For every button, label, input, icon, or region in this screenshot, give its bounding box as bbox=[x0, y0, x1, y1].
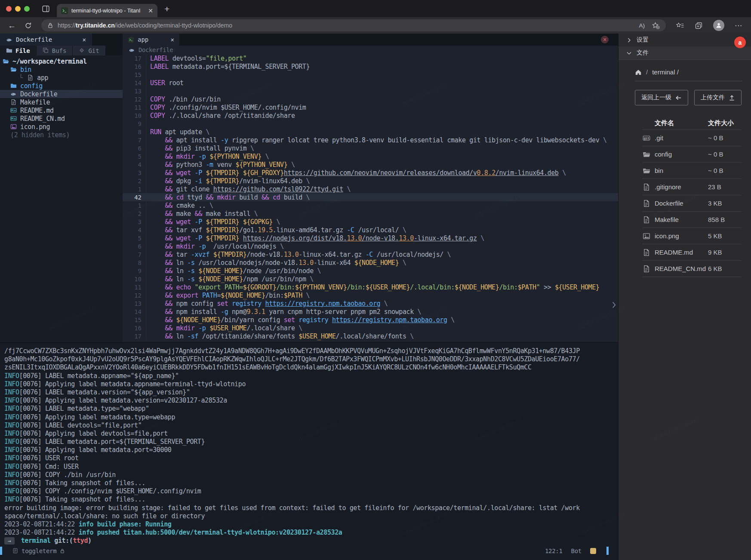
code-line[interactable]: 3 && wget -P ${TMPDIR} ${GOPKG} \ bbox=[123, 218, 618, 226]
upload-file-button[interactable]: 上传文件 bbox=[694, 90, 742, 105]
code-line[interactable]: 2 && make && make install \ bbox=[123, 209, 618, 218]
zoom-window-button[interactable] bbox=[24, 6, 30, 12]
terminal-line: error building image: error building sta… bbox=[4, 504, 618, 512]
code-line[interactable]: 5 && wget -P ${TMPDIR} https://nodejs.or… bbox=[123, 234, 618, 242]
file-row[interactable]: bin~ 0 B bbox=[643, 163, 742, 179]
code-line[interactable]: 9 && ln -s ${NODE_HOME}/node /usr/bin/no… bbox=[123, 267, 618, 275]
code-line[interactable]: 13 && npm config set registry https://re… bbox=[123, 299, 618, 308]
explorer-tab-file[interactable]: File bbox=[0, 46, 36, 55]
code-line[interactable]: 10COPY ./.local/share /opt/titanide/shar… bbox=[123, 111, 618, 120]
code-line[interactable]: 8 && ln -s /usr/local/nodejs/node-v18.13… bbox=[123, 258, 618, 267]
file-row[interactable]: .gitignore23 B bbox=[643, 179, 742, 195]
file-row[interactable]: README_CN.md6 KB bbox=[643, 261, 742, 277]
code-line[interactable]: 14USER root bbox=[123, 79, 618, 87]
code-line[interactable]: 6 && mkdir -p /usr/local/nodejs \ bbox=[123, 242, 618, 250]
tree-item[interactable]: Dockerfile bbox=[0, 90, 123, 98]
file-table-header: 文件名 文件大小 bbox=[643, 117, 742, 130]
code-line[interactable]: 6 && pip3 install pynvim \ bbox=[123, 144, 618, 152]
code-line[interactable]: 5 && mkdir -p ${PYTHON_VENV} \ bbox=[123, 152, 618, 160]
browser-profile-avatar[interactable] bbox=[713, 20, 724, 31]
terminal-line: INFO[0076] COPY ./config/nvim $USER_HOME… bbox=[4, 487, 618, 495]
code-line[interactable]: 17 && ln -sf /opt/titanide/share/fonts $… bbox=[123, 332, 618, 340]
code-line[interactable]: 12COPY ./bin /usr/bin bbox=[123, 95, 618, 103]
code-line[interactable]: 12 && export PATH=${NODE_HOME}/bin:$PATH… bbox=[123, 291, 618, 299]
code-line[interactable]: 15 && ${NODE_HOME}/bin/yarn config set r… bbox=[123, 316, 618, 324]
go-up-button[interactable]: 返回上一级 bbox=[635, 90, 688, 105]
file-row[interactable]: README.md9 KB bbox=[643, 244, 742, 261]
code-line[interactable]: 1 && cmake .. \ bbox=[123, 201, 618, 209]
sidebar-tab-dockerfile[interactable]: Dockerfile ✕ bbox=[0, 34, 92, 46]
panel-expand-icon[interactable] bbox=[611, 300, 617, 310]
tree-item[interactable]: (2 hidden items) bbox=[0, 131, 123, 139]
terminal-panel[interactable]: /fj7CcwoCW7ZXBc3snKxZNYHpbh7uhwOvx2lsi4W… bbox=[0, 342, 618, 560]
editor-tab-close-icon[interactable]: ✕ bbox=[171, 36, 174, 43]
files-section-header[interactable]: 文件 bbox=[619, 46, 751, 60]
favorites-icon[interactable] bbox=[676, 22, 684, 29]
file-row[interactable]: Dockerfile3 KB bbox=[643, 195, 742, 212]
code-line[interactable]: 3 && wget -P ${TMPDIR} ${GH_PROXY}https:… bbox=[123, 169, 618, 177]
code-line[interactable]: 16 && mkdir -p $USER_HOME/.local/share \ bbox=[123, 324, 618, 332]
panel-tab-strip: Dockerfile ✕ app ✕ ✕ bbox=[0, 34, 618, 46]
code-line[interactable]: 11COPY ./config/nvim $USER_HOME/.config/… bbox=[123, 103, 618, 111]
browser-window: terminal-ttyd-wlotnipo - TitanI ✕ + ← ht… bbox=[0, 0, 751, 560]
minimize-window-button[interactable] bbox=[15, 6, 21, 12]
close-window-button[interactable] bbox=[6, 6, 12, 12]
code-line[interactable]: 13 bbox=[123, 87, 618, 95]
code-line[interactable]: 17LABEL devtools="file,port" bbox=[123, 54, 618, 62]
browser-menu-icon[interactable]: ⋯ bbox=[735, 21, 742, 30]
code-line-current[interactable]: 42 && cd ttyd && mkdir build && cd build… bbox=[123, 193, 618, 201]
code-line[interactable]: 8RUN apt update \ bbox=[123, 128, 618, 136]
new-tab-button[interactable]: + bbox=[164, 4, 169, 13]
code-line[interactable]: 14 && npm install -g npm@9.3.1 yarn cnpm… bbox=[123, 308, 618, 316]
doc-icon bbox=[27, 74, 34, 81]
browser-tab[interactable]: terminal-ttyd-wlotnipo - TitanI ✕ bbox=[57, 4, 157, 17]
tree-item[interactable]: icon.png bbox=[0, 123, 123, 131]
file-name: README.md bbox=[655, 249, 708, 256]
code-line[interactable]: 4 && tar xvf ${TMPDIR}/go1.19.5.linux-am… bbox=[123, 226, 618, 234]
tree-item[interactable]: README_CN.md bbox=[0, 114, 123, 123]
tree-item[interactable]: bin bbox=[0, 65, 123, 74]
tree-item[interactable]: ~/workspace/terminal bbox=[0, 57, 123, 65]
file-table-rows: git.git~ 0 Bconfig~ 0 Bbin~ 0 B.gitignor… bbox=[643, 130, 742, 277]
tab-close-icon[interactable]: ✕ bbox=[148, 8, 153, 14]
code-line[interactable]: 2 && dpkg -i ${TMPDIR}/nvim-linux64.deb … bbox=[123, 177, 618, 185]
code-line[interactable]: 7 && apt install -y ripgrep ranger lolca… bbox=[123, 136, 618, 144]
tree-item[interactable]: └ app bbox=[0, 74, 123, 82]
explorer-tab-git[interactable]: Git bbox=[72, 46, 105, 55]
file-row[interactable]: icon.png5 KB bbox=[643, 228, 742, 244]
panel-close-button[interactable]: ✕ bbox=[601, 36, 609, 43]
file-row[interactable]: Makefile858 B bbox=[643, 212, 742, 228]
dockerfile-icon bbox=[6, 37, 12, 43]
code-line[interactable]: 1 && git clone https://github.com/tsl092… bbox=[123, 185, 618, 193]
code-line[interactable]: 11 && echo "export PATH=${GOROOT}/bin:${… bbox=[123, 283, 618, 291]
code-line[interactable]: 4 && python3 -m venv ${PYTHON_VENV} \ bbox=[123, 160, 618, 169]
md-icon bbox=[10, 115, 17, 122]
tab-actions-icon[interactable] bbox=[42, 5, 50, 13]
editor-tab-app[interactable]: app ✕ bbox=[123, 34, 179, 46]
browser-tab-strip: terminal-ttyd-wlotnipo - TitanI ✕ + bbox=[0, 0, 751, 17]
explorer-tab-bufs[interactable]: Bufs bbox=[36, 46, 73, 55]
path-breadcrumb[interactable]: / terminal / bbox=[635, 68, 751, 76]
sidebar-tab-close-icon[interactable]: ✕ bbox=[83, 36, 86, 43]
rp-folder-icon bbox=[643, 151, 650, 158]
read-aloud-icon[interactable]: A) bbox=[639, 22, 645, 29]
reload-icon[interactable] bbox=[25, 22, 32, 29]
tree-item[interactable]: config bbox=[0, 82, 123, 90]
code-line[interactable]: 16LABEL metadata.port=${TERMINAL_SERVER_… bbox=[123, 62, 618, 71]
code-editor[interactable]: Dockerfile 17LABEL devtools="file,port"1… bbox=[123, 46, 618, 342]
home-icon[interactable] bbox=[635, 69, 642, 76]
add-favorite-icon[interactable] bbox=[652, 22, 660, 29]
file-row[interactable]: config~ 0 B bbox=[643, 146, 742, 163]
code-line[interactable]: 7 && tar -xvzf ${TMPDIR}/node-v18.13.0-l… bbox=[123, 250, 618, 258]
tree-item[interactable]: README.md bbox=[0, 106, 123, 114]
file-row[interactable]: git.git~ 0 B bbox=[643, 130, 742, 146]
user-avatar[interactable]: a bbox=[734, 37, 746, 48]
settings-section-header[interactable]: 设置 bbox=[619, 34, 751, 46]
back-button[interactable]: ← bbox=[8, 22, 16, 30]
address-bar[interactable]: https://try.titanide.cn/ide/web/coding/t… bbox=[41, 19, 666, 31]
code-line[interactable]: 15 bbox=[123, 71, 618, 79]
collections-icon[interactable] bbox=[695, 22, 703, 29]
code-line[interactable]: 10 && ln -s ${NODE_HOME}/npm /usr/bin/np… bbox=[123, 275, 618, 283]
code-line[interactable]: 9 bbox=[123, 120, 618, 128]
tree-item[interactable]: Makefile bbox=[0, 98, 123, 106]
